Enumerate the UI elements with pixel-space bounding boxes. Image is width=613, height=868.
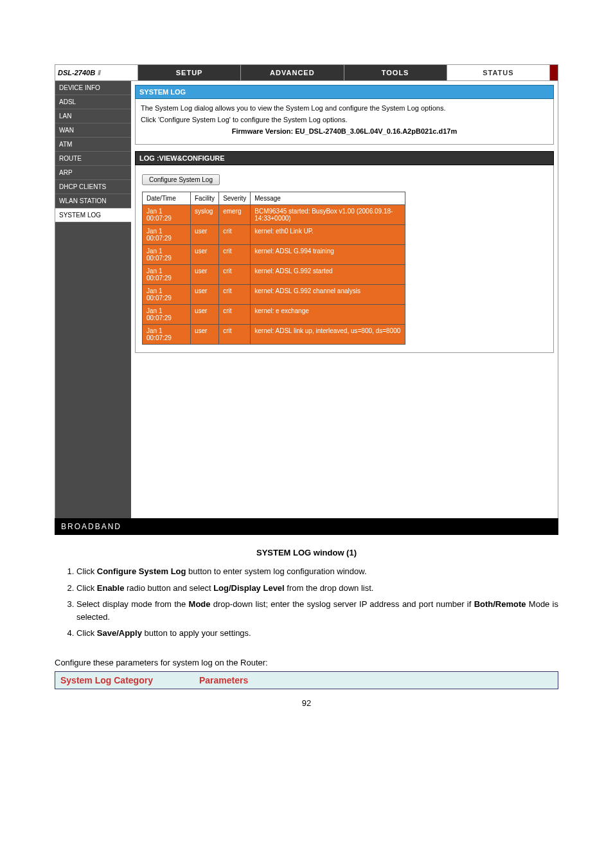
step-4: Click Save/Apply button to apply your se… <box>76 627 558 640</box>
log-box: Configure System Log Date/Time Facility … <box>135 165 554 353</box>
tab-status[interactable]: STATUS <box>447 65 550 80</box>
sidebar-item-route[interactable]: ROUTE <box>55 152 131 166</box>
col-severity: Severity <box>219 192 251 205</box>
sidebar-item-atm[interactable]: ATM <box>55 138 131 152</box>
col-message: Message <box>251 192 405 205</box>
cell-msg: kernel: ADSL G.992 channel analysis <box>251 285 405 305</box>
cell-sev: crit <box>219 225 251 245</box>
router-admin-screenshot: DSL-2740B /// SETUP ADVANCED TOOLS STATU… <box>55 64 558 518</box>
sidebar-item-adsl[interactable]: ADSL <box>55 95 131 109</box>
cell-dt: Jan 1 00:07:29 <box>143 245 191 265</box>
sidebar-item-device-info[interactable]: DEVICE INFO <box>55 81 131 95</box>
page-number: 92 <box>55 698 558 708</box>
tab-tools[interactable]: TOOLS <box>344 65 447 80</box>
accent-strip <box>550 65 558 80</box>
cell-dt: Jan 1 00:07:29 <box>143 325 191 345</box>
content-pane: SYSTEM LOG The System Log dialog allows … <box>131 81 558 518</box>
section-desc-2: Click 'Configure System Log' to configur… <box>141 116 548 123</box>
cell-sev: crit <box>219 285 251 305</box>
log-section-bar: LOG :VIEW&CONFIGURE <box>135 151 554 165</box>
cell-dt: Jan 1 00:07:29 <box>143 225 191 245</box>
param-col-parameters: Parameters <box>194 672 253 689</box>
section-desc-1: The System Log dialog allows you to view… <box>141 104 548 112</box>
table-row: Jan 1 00:07:29 user crit kernel: ADSL G.… <box>143 245 405 265</box>
sidebar-item-dhcp[interactable]: DHCP CLIENTS <box>55 180 131 194</box>
sidebar-item-arp[interactable]: ARP <box>55 166 131 180</box>
table-row: Jan 1 00:07:29 user crit kernel: ADSL li… <box>143 325 405 345</box>
firmware-version: Firmware Version: EU_DSL-2740B_3.06L.04V… <box>141 127 548 135</box>
table-row: Jan 1 00:07:29 user crit kernel: e excha… <box>143 305 405 325</box>
section-title-bar: SYSTEM LOG <box>135 85 554 99</box>
cell-msg: kernel: e exchange <box>251 305 405 325</box>
sidebar-item-lan[interactable]: LAN <box>55 109 131 123</box>
sidebar-item-wlan[interactable]: WLAN STATION <box>55 194 131 208</box>
logo-bars-icon: /// <box>98 69 100 77</box>
sidebar-item-system-log[interactable]: SYSTEM LOG <box>55 208 131 222</box>
param-table-header: System Log Category Parameters <box>55 671 558 689</box>
cell-sev: crit <box>219 325 251 345</box>
model-text: DSL-2740B <box>58 69 95 77</box>
cell-dt: Jan 1 00:07:29 <box>143 205 191 225</box>
step-3: Select display mode from the Mode drop-d… <box>76 598 558 623</box>
cell-msg: BCM96345 started: BusyBox v1.00 (2006.09… <box>251 205 405 225</box>
cell-sev: emerg <box>219 205 251 225</box>
cell-sev: crit <box>219 305 251 325</box>
col-facility: Facility <box>191 192 219 205</box>
left-sidebar: DEVICE INFO ADSL LAN WAN ATM ROUTE ARP D… <box>55 81 131 518</box>
system-log-table: Date/Time Facility Severity Message Jan … <box>142 192 405 345</box>
cell-msg: kernel: eth0 Link UP. <box>251 225 405 245</box>
cell-fac: syslog <box>191 205 219 225</box>
cell-fac: user <box>191 325 219 345</box>
cell-dt: Jan 1 00:07:29 <box>143 305 191 325</box>
cell-dt: Jan 1 00:07:29 <box>143 265 191 285</box>
table-row: Jan 1 00:07:29 user crit kernel: ADSL G.… <box>143 265 405 285</box>
sidebar-item-wan[interactable]: WAN <box>55 123 131 138</box>
top-tab-row: DSL-2740B /// SETUP ADVANCED TOOLS STATU… <box>55 65 558 81</box>
figure-caption: SYSTEM LOG window (1) <box>55 548 558 557</box>
config-intro: Configure these parameters for system lo… <box>55 658 558 667</box>
cell-fac: user <box>191 305 219 325</box>
table-header-row: Date/Time Facility Severity Message <box>143 192 405 205</box>
instruction-list: Click Configure System Log button to ent… <box>76 565 558 640</box>
cell-msg: kernel: ADSL G.994 training <box>251 245 405 265</box>
tab-advanced[interactable]: ADVANCED <box>241 65 344 80</box>
cell-fac: user <box>191 285 219 305</box>
cell-fac: user <box>191 225 219 245</box>
tab-setup[interactable]: SETUP <box>138 65 241 80</box>
col-datetime: Date/Time <box>143 192 191 205</box>
configure-system-log-button[interactable]: Configure System Log <box>142 174 220 185</box>
model-label: DSL-2740B /// <box>55 65 138 80</box>
broadband-footer: BROADBAND <box>55 518 558 535</box>
section-body: The System Log dialog allows you to view… <box>135 99 554 145</box>
step-2: Click Enable radio button and select Log… <box>76 582 558 595</box>
cell-fac: user <box>191 245 219 265</box>
cell-fac: user <box>191 265 219 285</box>
param-col-category: System Log Category <box>55 672 194 689</box>
cell-dt: Jan 1 00:07:29 <box>143 285 191 305</box>
table-row: Jan 1 00:07:29 user crit kernel: eth0 Li… <box>143 225 405 245</box>
cell-msg: kernel: ADSL G.992 started <box>251 265 405 285</box>
cell-sev: crit <box>219 265 251 285</box>
table-row: Jan 1 00:07:29 syslog emerg BCM96345 sta… <box>143 205 405 225</box>
table-row: Jan 1 00:07:29 user crit kernel: ADSL G.… <box>143 285 405 305</box>
cell-msg: kernel: ADSL link up, interleaved, us=80… <box>251 325 405 345</box>
step-1: Click Configure System Log button to ent… <box>76 565 558 578</box>
cell-sev: crit <box>219 245 251 265</box>
